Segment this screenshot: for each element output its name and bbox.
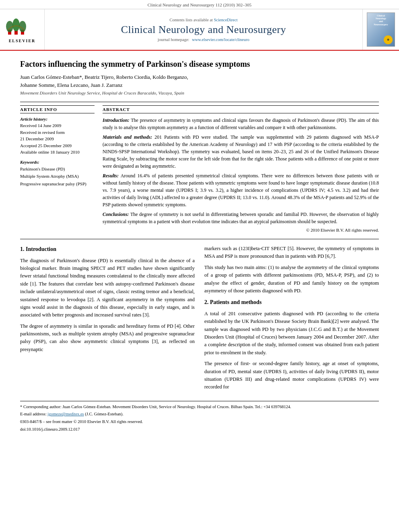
results-label: Results: bbox=[103, 173, 119, 179]
conclusions-text: The degree of symmetry is not useful in … bbox=[103, 212, 379, 224]
email-link[interactable]: jgomeze@meditex.es bbox=[47, 412, 84, 416]
footnote-doi: doi:10.1016/j.clineuro.2009.12.017 bbox=[20, 426, 379, 433]
footnote-issn: 0303-8467/$ – see front matter © 2010 El… bbox=[20, 419, 379, 425]
thumb-badge: ⊕ bbox=[384, 35, 393, 44]
footnotes-section: * Corresponding author: Juan Carlos Góme… bbox=[20, 401, 379, 433]
results-text: Around 16.4% of patients presented symme… bbox=[103, 173, 379, 207]
methods-label: Materials and methods: bbox=[103, 134, 152, 140]
history-label: Article history: bbox=[20, 117, 95, 121]
article-info-abstract: ARTICLE INFO Article history: Received 1… bbox=[20, 105, 379, 232]
homepage-label: journal homepage: bbox=[158, 37, 189, 42]
article-info-heading: ARTICLE INFO bbox=[20, 105, 95, 113]
journal-thumbnail-area: ClinicalNeurologyandNeurosurgery ⊕ bbox=[363, 9, 399, 50]
title-divider bbox=[20, 102, 379, 102]
journal-citation-bar: Clinical Neurology and Neurosurgery 112 … bbox=[0, 0, 399, 9]
body-right-column: markers such as (123I)beta-CIT SPECT [5]… bbox=[204, 245, 379, 394]
accepted-date: Accepted 25 December 2009 bbox=[20, 142, 95, 149]
body-left-column: 1. Introduction The diagnosis of Parkins… bbox=[20, 245, 195, 394]
abstract-heading: ABSTRACT bbox=[103, 105, 379, 113]
email-label: E-mail address: bbox=[20, 412, 47, 416]
contents-label: Contents lists available at bbox=[169, 18, 213, 22]
body-para-2: The degree of asymmetry is similar in sp… bbox=[20, 322, 195, 354]
received-date: Received 14 June 2009 bbox=[20, 122, 95, 129]
svg-point-5 bbox=[12, 18, 20, 31]
journal-title-area: Contents lists available at ScienceDirec… bbox=[44, 9, 363, 50]
received-revised-date: Received in revised form 21 December 200… bbox=[20, 129, 95, 142]
abstract-column: ABSTRACT Introduction: The presence of a… bbox=[103, 105, 379, 232]
body-right-para-3: A total of 201 consecutive patients diag… bbox=[204, 310, 379, 357]
keyword-1: Parkinson's Disease (PD) bbox=[20, 165, 95, 173]
article-page: Clinical Neurology and Neurosurgery 112 … bbox=[0, 0, 399, 532]
abstract-results: Results: Around 16.4% of patients presen… bbox=[103, 172, 379, 208]
article-info-column: ARTICLE INFO Article history: Received 1… bbox=[20, 105, 95, 232]
elsevier-logo: ELSEVIER bbox=[6, 18, 38, 42]
contents-available-line: Contents lists available at ScienceDirec… bbox=[169, 18, 237, 22]
article-authors: Juan Carlos Gómez-Esteban*, Beatriz Tije… bbox=[20, 73, 379, 89]
journal-citation-text: Clinical Neurology and Neurosurgery 112 … bbox=[148, 2, 251, 7]
footnote-email: E-mail address: jgomeze@meditex.es (J.C.… bbox=[20, 411, 379, 417]
journal-thumbnail: ClinicalNeurologyandNeurosurgery ⊕ bbox=[367, 12, 395, 47]
thumb-title-text: ClinicalNeurologyandNeurosurgery bbox=[374, 14, 388, 26]
journal-homepage-line: journal homepage: www.elsevier.com/locat… bbox=[158, 37, 249, 42]
intro-label: Introduction: bbox=[103, 117, 130, 123]
elsevier-tree-svg bbox=[6, 18, 26, 36]
article-affiliation: Movement Disorders Unit Neurology Servic… bbox=[20, 90, 379, 95]
elsevier-logo-area: ELSEVIER bbox=[0, 9, 44, 50]
history-block: Article history: Received 14 June 2009 R… bbox=[20, 117, 95, 156]
keyword-2: Multiple System Atrophy (MSA) bbox=[20, 173, 95, 180]
section1-title: 1. Introduction bbox=[20, 245, 195, 254]
sciencedirect-link[interactable]: ScienceDirect bbox=[214, 18, 238, 22]
article-title: Factors influencing the symmetry of Park… bbox=[20, 59, 379, 69]
body-text-columns: 1. Introduction The diagnosis of Parkins… bbox=[20, 245, 379, 394]
abstract-conclusions: Conclusions: The degree of symmetry is n… bbox=[103, 211, 379, 225]
authors-text: Juan Carlos Gómez-Esteban*, Beatriz Tije… bbox=[20, 74, 188, 88]
body-divider bbox=[20, 239, 379, 239]
email-suffix: (J.C. Gómez-Esteban). bbox=[85, 412, 123, 416]
article-main-content: Factors influencing the symmetry of Park… bbox=[0, 51, 399, 442]
available-date: Available online 18 January 2010 bbox=[20, 149, 95, 156]
section2-title: 2. Patients and methods bbox=[204, 298, 379, 307]
keywords-block: Keywords: Parkinson's Disease (PD) Multi… bbox=[20, 160, 95, 188]
body-right-para-4: The presence of first- or second-degree … bbox=[204, 360, 379, 391]
journal-full-title: Clinical Neurology and Neurosurgery bbox=[121, 24, 286, 36]
intro-text: The presence of asymmetry in symptoms an… bbox=[103, 117, 379, 130]
footnote-corresponding: * Corresponding author: Juan Carlos Góme… bbox=[20, 404, 379, 410]
abstract-intro: Introduction: The presence of asymmetry … bbox=[103, 117, 379, 131]
keywords-label: Keywords: bbox=[20, 160, 95, 164]
elsevier-wordmark: ELSEVIER bbox=[6, 39, 38, 43]
journal-url[interactable]: www.elsevier.com/locate/clineuro bbox=[192, 37, 249, 42]
journal-banner: ELSEVIER Contents lists available at Sci… bbox=[0, 9, 399, 51]
abstract-methods: Materials and methods: 201 Patients with… bbox=[103, 134, 379, 170]
conclusions-label: Conclusions: bbox=[103, 212, 129, 217]
body-para-1: The diagnosis of Parkinson's disease (PD… bbox=[20, 257, 195, 319]
copyright-line: © 2010 Elsevier B.V. All rights reserved… bbox=[103, 228, 379, 232]
keyword-3: Progressive supranuclear palsy (PSP) bbox=[20, 180, 95, 188]
body-right-para-2: This study has two main aims: (1) to ana… bbox=[204, 264, 379, 295]
body-right-para-1: markers such as (123I)beta-CIT SPECT [5]… bbox=[204, 245, 379, 261]
